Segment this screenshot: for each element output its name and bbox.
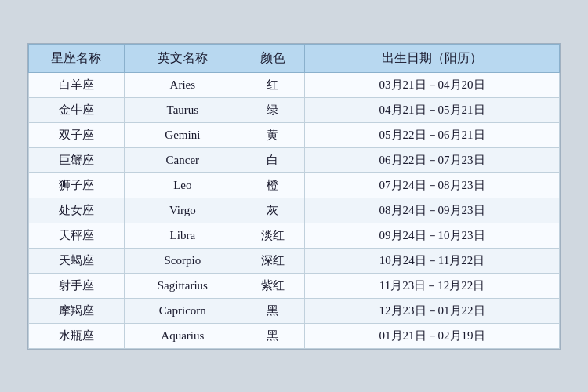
header-english: 英文名称: [124, 44, 241, 72]
zodiac-table: 星座名称 英文名称 颜色 出生日期（阳历） 白羊座Aries红03月21日－04…: [28, 44, 560, 349]
cell-date: 05月22日－06月21日: [305, 122, 560, 147]
cell-date: 04月21日－05月21日: [305, 97, 560, 122]
cell-english: Scorpio: [124, 248, 241, 273]
table-header-row: 星座名称 英文名称 颜色 出生日期（阳历）: [29, 44, 560, 72]
cell-color: 白: [241, 147, 304, 172]
cell-date: 01月21日－02月19日: [305, 323, 560, 348]
cell-english: Virgo: [124, 198, 241, 223]
cell-english: Cancer: [124, 147, 241, 172]
cell-english: Sagittarius: [124, 273, 241, 298]
cell-date: 11月23日－12月22日: [305, 273, 560, 298]
table-row: 射手座Sagittarius紫红11月23日－12月22日: [29, 273, 560, 298]
cell-date: 12月23日－01月22日: [305, 298, 560, 323]
table-row: 狮子座Leo橙07月24日－08月23日: [29, 172, 560, 198]
cell-chinese: 处女座: [29, 198, 125, 223]
cell-date: 07月24日－08月23日: [305, 172, 560, 198]
cell-chinese: 白羊座: [29, 72, 125, 97]
cell-date: 09月24日－10月23日: [305, 223, 560, 248]
cell-date: 06月22日－07月23日: [305, 147, 560, 172]
cell-english: Capricorn: [124, 298, 241, 323]
cell-color: 橙: [241, 172, 304, 198]
cell-chinese: 摩羯座: [29, 298, 125, 323]
table-row: 双子座Gemini黄05月22日－06月21日: [29, 122, 560, 147]
zodiac-table-container: 星座名称 英文名称 颜色 出生日期（阳历） 白羊座Aries红03月21日－04…: [27, 43, 561, 350]
table-row: 巨蟹座Cancer白06月22日－07月23日: [29, 147, 560, 172]
cell-chinese: 巨蟹座: [29, 147, 125, 172]
cell-english: Aquarius: [124, 323, 241, 348]
table-row: 摩羯座Capricorn黑12月23日－01月22日: [29, 298, 560, 323]
cell-color: 紫红: [241, 273, 304, 298]
cell-date: 03月21日－04月20日: [305, 72, 560, 97]
table-row: 天蝎座Scorpio深红10月24日－11月22日: [29, 248, 560, 273]
table-row: 金牛座Taurus绿04月21日－05月21日: [29, 97, 560, 122]
cell-chinese: 水瓶座: [29, 323, 125, 348]
cell-chinese: 天蝎座: [29, 248, 125, 273]
cell-color: 淡红: [241, 223, 304, 248]
cell-color: 黑: [241, 323, 304, 348]
cell-color: 黄: [241, 122, 304, 147]
cell-color: 深红: [241, 248, 304, 273]
header-color: 颜色: [241, 44, 304, 72]
cell-chinese: 金牛座: [29, 97, 125, 122]
table-row: 天秤座Libra淡红09月24日－10月23日: [29, 223, 560, 248]
cell-color: 红: [241, 72, 304, 97]
cell-color: 绿: [241, 97, 304, 122]
header-chinese: 星座名称: [29, 44, 125, 72]
cell-chinese: 双子座: [29, 122, 125, 147]
cell-english: Leo: [124, 172, 241, 198]
cell-chinese: 狮子座: [29, 172, 125, 198]
table-body: 白羊座Aries红03月21日－04月20日金牛座Taurus绿04月21日－0…: [29, 72, 560, 348]
cell-chinese: 射手座: [29, 273, 125, 298]
cell-date: 10月24日－11月22日: [305, 248, 560, 273]
cell-english: Taurus: [124, 97, 241, 122]
cell-color: 黑: [241, 298, 304, 323]
cell-date: 08月24日－09月23日: [305, 198, 560, 223]
header-date: 出生日期（阳历）: [305, 44, 560, 72]
cell-english: Gemini: [124, 122, 241, 147]
table-row: 白羊座Aries红03月21日－04月20日: [29, 72, 560, 97]
cell-chinese: 天秤座: [29, 223, 125, 248]
cell-color: 灰: [241, 198, 304, 223]
cell-english: Aries: [124, 72, 241, 97]
cell-english: Libra: [124, 223, 241, 248]
table-row: 水瓶座Aquarius黑01月21日－02月19日: [29, 323, 560, 348]
table-row: 处女座Virgo灰08月24日－09月23日: [29, 198, 560, 223]
